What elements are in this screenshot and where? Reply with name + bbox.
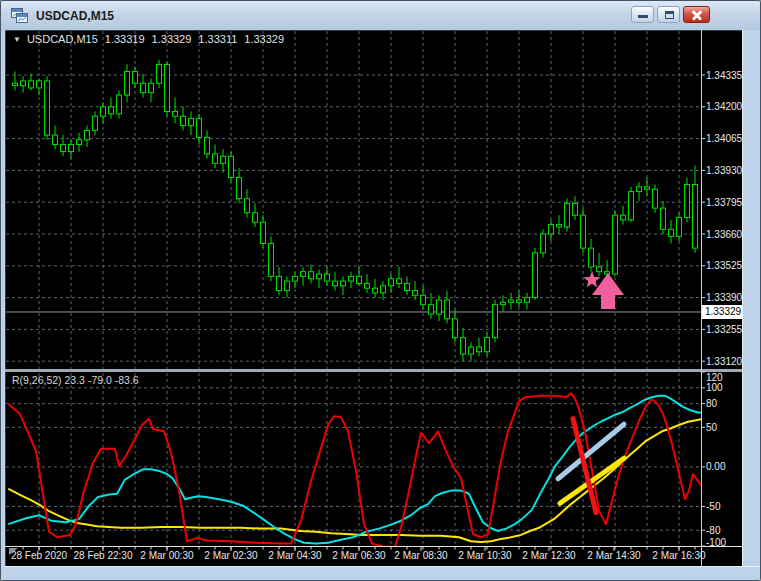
chart-canvas[interactable]: 1.343351.342001.340651.339301.337951.336… xyxy=(1,1,761,581)
chevron-down-icon[interactable]: ▼ xyxy=(13,35,21,44)
minimize-icon xyxy=(638,15,648,18)
ohlc-header: ▼USDCAD,M151.333191.333291.333111.33329 xyxy=(13,33,291,45)
window-frame-left xyxy=(1,30,5,581)
svg-text:1.33255: 1.33255 xyxy=(706,324,743,335)
window-title: USDCAD,M15 xyxy=(36,9,114,23)
header-close: 1.33329 xyxy=(244,33,284,45)
svg-text:28 Feb 2020: 28 Feb 2020 xyxy=(11,550,68,561)
svg-text:1.33525: 1.33525 xyxy=(706,260,743,271)
restore-button[interactable] xyxy=(657,6,680,23)
svg-text:28 Feb 22:30: 28 Feb 22:30 xyxy=(74,550,133,561)
indicator-label: R(9,26,52) 23.3 -79.0 -83.6 xyxy=(12,374,139,386)
header-open: 1.33319 xyxy=(105,33,145,45)
window-frame-bottom xyxy=(1,566,761,580)
svg-text:0.00: 0.00 xyxy=(706,461,726,472)
svg-text:1.33390: 1.33390 xyxy=(706,292,743,303)
svg-text:2 Mar 04:30: 2 Mar 04:30 xyxy=(268,550,322,561)
svg-text:120: 120 xyxy=(706,372,723,383)
header-low: 1.33311 xyxy=(198,33,237,45)
svg-text:-50: -50 xyxy=(706,501,721,512)
close-button[interactable] xyxy=(683,6,710,23)
svg-text:2 Mar 10:30: 2 Mar 10:30 xyxy=(458,550,512,561)
svg-text:1.34200: 1.34200 xyxy=(706,101,743,112)
svg-text:1.33795: 1.33795 xyxy=(706,197,743,208)
svg-text:2 Mar 00:30: 2 Mar 00:30 xyxy=(140,550,194,561)
svg-text:80: 80 xyxy=(706,398,718,409)
svg-text:1.34065: 1.34065 xyxy=(706,133,743,144)
minimize-button[interactable] xyxy=(631,6,654,23)
svg-text:1.33120: 1.33120 xyxy=(706,356,743,367)
svg-text:2 Mar 12:30: 2 Mar 12:30 xyxy=(522,550,576,561)
header-symbol: USDCAD,M15 xyxy=(27,33,98,45)
svg-text:2 Mar 14:30: 2 Mar 14:30 xyxy=(587,550,641,561)
header-high: 1.33329 xyxy=(152,33,192,45)
window-controls xyxy=(631,6,710,23)
title-bar[interactable]: USDCAD,M15 xyxy=(1,1,761,30)
chart-window: 1.343351.342001.340651.339301.337951.336… xyxy=(0,0,761,581)
svg-text:2 Mar 08:30: 2 Mar 08:30 xyxy=(394,550,448,561)
restore-icon xyxy=(665,11,674,19)
svg-text:50: 50 xyxy=(706,422,718,433)
svg-text:100: 100 xyxy=(706,382,723,393)
svg-text:-100: -100 xyxy=(706,537,726,548)
svg-text:1.33930: 1.33930 xyxy=(706,165,743,176)
svg-text:2 Mar 02:30: 2 Mar 02:30 xyxy=(204,550,258,561)
svg-text:1.34335: 1.34335 xyxy=(706,70,743,81)
current-price-box: 1.33329 xyxy=(702,305,744,319)
chart-window-icon xyxy=(11,8,28,23)
svg-text:1.33660: 1.33660 xyxy=(706,229,743,240)
svg-text:2 Mar 06:30: 2 Mar 06:30 xyxy=(332,550,386,561)
svg-text:2 Mar 16:30: 2 Mar 16:30 xyxy=(652,550,706,561)
svg-text:-80: -80 xyxy=(706,525,721,536)
window-frame-right xyxy=(742,30,760,581)
close-icon xyxy=(691,9,703,21)
